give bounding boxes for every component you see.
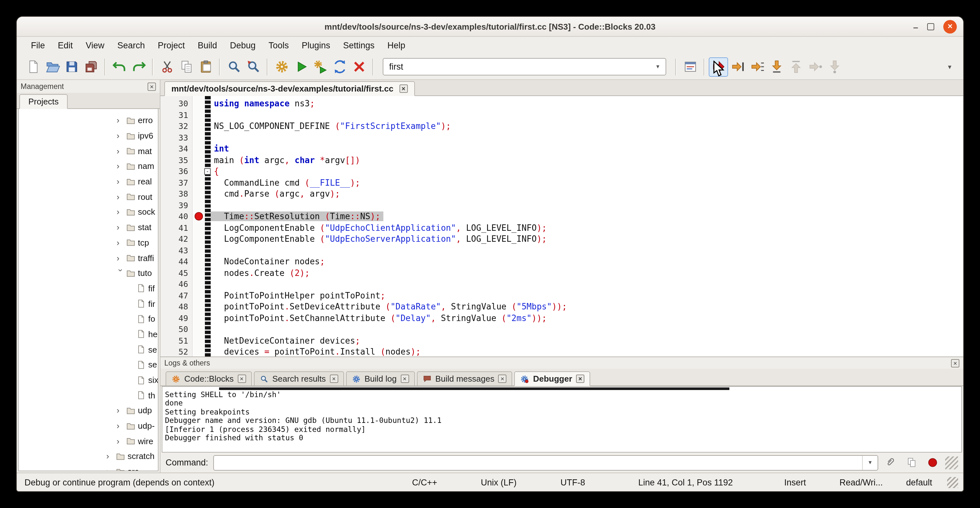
chevron-right-icon[interactable]: ›	[117, 207, 125, 217]
code-line[interactable]: 52 devices = pointToPoint.Install (nodes…	[161, 346, 963, 357]
maximize-button[interactable]	[927, 23, 934, 30]
fold-marker-icon[interactable]: -	[204, 168, 211, 174]
tab-build-log[interactable]: Build log×	[346, 371, 415, 386]
breakpoint-margin-cell[interactable]	[193, 109, 205, 121]
find-button[interactable]	[224, 57, 243, 76]
breakpoint-margin-cell[interactable]	[193, 143, 205, 154]
menu-file[interactable]: File	[24, 38, 51, 53]
debug-windows-button[interactable]	[680, 57, 700, 76]
breakpoint-margin-cell[interactable]	[193, 98, 205, 109]
stop-debugger-button[interactable]	[924, 455, 940, 470]
breakpoint-margin-cell[interactable]	[193, 199, 205, 211]
logs-close-button[interactable]: ×	[951, 359, 959, 367]
menu-settings[interactable]: Settings	[337, 38, 381, 53]
code-line[interactable]: 39	[161, 199, 963, 211]
editor-tab-close-button[interactable]: ×	[399, 84, 407, 93]
breakpoint-margin-cell[interactable]	[193, 323, 205, 335]
code-line[interactable]: 35main (int argc, char *argv[])	[161, 154, 963, 166]
redo-button[interactable]	[129, 57, 148, 76]
window-resize-grip[interactable]	[947, 477, 958, 488]
project-tree[interactable]: ›erro›ipv6›mat›nam›real›rout›sock›stat›t…	[18, 109, 159, 471]
menu-view[interactable]: View	[79, 38, 111, 53]
rebuild-button[interactable]	[330, 57, 349, 76]
breakpoint-margin-cell[interactable]	[193, 279, 205, 290]
breakpoint-margin-cell[interactable]	[193, 245, 205, 256]
chevron-right-icon[interactable]: ›	[117, 222, 125, 232]
close-button[interactable]: ×	[943, 20, 957, 33]
code-line[interactable]: 33	[161, 132, 963, 143]
chevron-right-icon[interactable]: ›	[117, 161, 125, 171]
tab-build-messages[interactable]: Build messages×	[417, 371, 512, 386]
next-line-button[interactable]	[748, 57, 767, 76]
titlebar[interactable]: mnt/dev/tools/source/ns-3-dev/examples/t…	[17, 17, 963, 37]
chevron-right-icon[interactable]: ›	[117, 421, 125, 431]
tree-item-nam[interactable]: ›nam	[19, 159, 158, 174]
code-line[interactable]: 36-{	[161, 166, 963, 177]
build-and-run-button[interactable]	[310, 57, 330, 76]
breakpoint-margin-cell[interactable]	[193, 154, 205, 166]
code-line[interactable]: 37 CommandLine cmd (__FILE__);	[161, 177, 963, 188]
chevron-right-icon[interactable]: ›	[117, 406, 125, 416]
code-line[interactable]: 46	[161, 279, 963, 290]
tree-item-he[interactable]: he	[19, 326, 158, 342]
code-line[interactable]: 41 LogComponentEnable ("UdpEchoClientApp…	[161, 222, 963, 233]
tree-item-fo[interactable]: fo	[19, 311, 158, 326]
tree-item-mat[interactable]: ›mat	[19, 143, 158, 159]
tab-projects[interactable]: Projects	[19, 94, 68, 109]
code-line[interactable]: 44 NodeContainer nodes;	[161, 256, 963, 267]
new-file-button[interactable]	[23, 57, 43, 76]
chevron-right-icon[interactable]: ›	[117, 146, 125, 156]
tree-item-src[interactable]: ›src	[19, 464, 158, 471]
next-instruction-button[interactable]	[805, 57, 825, 76]
breakpoint-margin-cell[interactable]	[193, 256, 205, 267]
breakpoint-margin-cell[interactable]	[193, 301, 205, 312]
breakpoint-margin-cell[interactable]	[193, 267, 205, 279]
menu-search[interactable]: Search	[111, 38, 151, 53]
breakpoint-margin-cell[interactable]	[193, 222, 205, 233]
breakpoint-margin-cell[interactable]	[193, 233, 205, 245]
chevron-right-icon[interactable]: ›	[117, 253, 125, 263]
tree-item-fif[interactable]: fif	[19, 281, 158, 296]
chevron-right-icon[interactable]: ›	[117, 131, 125, 140]
close-icon[interactable]: ×	[401, 374, 409, 383]
breakpoint-icon[interactable]	[194, 212, 203, 220]
undo-button[interactable]	[110, 57, 129, 76]
tree-item-traffi[interactable]: ›traffi	[19, 250, 158, 265]
code-line[interactable]: 43	[161, 245, 963, 256]
tree-item-real[interactable]: ›real	[19, 174, 158, 189]
tree-item-udp[interactable]: ›udp	[19, 403, 158, 418]
paste-button[interactable]	[196, 57, 215, 76]
close-icon[interactable]: ×	[329, 374, 338, 383]
tree-item-ipv6[interactable]: ›ipv6	[19, 128, 158, 143]
breakpoint-margin-cell[interactable]	[193, 290, 205, 301]
chevron-down-icon[interactable]: ›	[116, 269, 126, 277]
tree-item-fir[interactable]: fir	[19, 296, 158, 311]
panel-resize-grip[interactable]	[945, 456, 958, 469]
code-line[interactable]: 34int	[161, 143, 963, 154]
step-into-button[interactable]	[767, 57, 786, 76]
menu-tools[interactable]: Tools	[262, 38, 295, 53]
save-file-button[interactable]	[62, 57, 81, 76]
code-line[interactable]: 51 NetDeviceContainer devices;	[161, 335, 963, 346]
tree-item-sock[interactable]: ›sock	[19, 204, 158, 220]
management-close-button[interactable]: ×	[148, 82, 156, 91]
tree-item-se[interactable]: se	[19, 342, 158, 357]
chevron-right-icon[interactable]: ›	[106, 467, 115, 471]
minimize-button[interactable]: –	[913, 24, 918, 30]
code-line[interactable]: 50	[161, 323, 963, 335]
chevron-right-icon[interactable]: ›	[106, 452, 115, 461]
tree-item-wire[interactable]: ›wire	[19, 433, 158, 449]
menu-help[interactable]: Help	[381, 38, 412, 53]
copy-output-button[interactable]	[904, 455, 920, 470]
code-line[interactable]: 40 Time::SetResolution (Time::NS);	[161, 211, 963, 222]
debugger-output[interactable]: Setting SHELL to '/bin/sh'doneSetting br…	[162, 386, 962, 452]
debug-continue-button[interactable]	[709, 57, 728, 76]
code-line[interactable]: 42 LogComponentEnable ("UdpEchoServerApp…	[161, 233, 963, 245]
build-target-combo[interactable]: first▼	[383, 58, 666, 75]
command-chevron-down-icon[interactable]: ▼	[862, 455, 878, 470]
cut-button[interactable]	[157, 57, 177, 76]
tab-code-blocks[interactable]: Code::Blocks×	[165, 371, 251, 386]
step-out-button[interactable]	[786, 57, 805, 76]
close-icon[interactable]: ×	[498, 374, 507, 383]
open-file-button[interactable]	[43, 57, 62, 76]
